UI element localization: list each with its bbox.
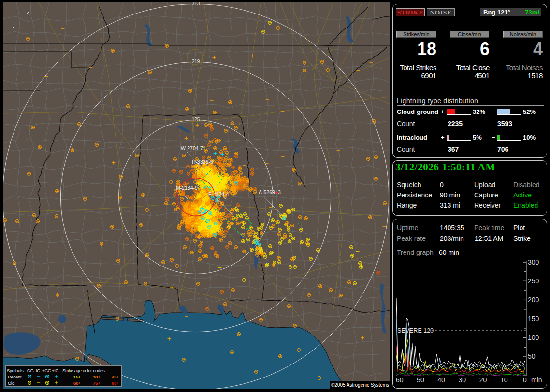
svg-text:313: 313	[192, 2, 200, 6]
svg-text:0: 0	[523, 376, 527, 384]
svg-text:F-4924-4-: F-4924-4-	[208, 191, 231, 197]
svg-text:40: 40	[437, 376, 445, 384]
svg-text:W-2704-7^: W-2704-7^	[181, 145, 205, 151]
svg-text:H-3326-6^: H-3326-6^	[192, 159, 216, 165]
svg-text:100: 100	[528, 334, 539, 341]
svg-text:200: 200	[528, 296, 539, 304]
svg-text:125: 125	[192, 117, 200, 122]
svg-text:250: 250	[528, 277, 539, 285]
svg-text:A-5269+3-: A-5269+3-	[259, 189, 283, 195]
svg-text:min: min	[531, 376, 542, 384]
svg-text:50: 50	[528, 352, 536, 360]
svg-text:60: 60	[396, 376, 404, 384]
svg-text:10: 10	[500, 376, 508, 384]
svg-text:30: 30	[459, 376, 466, 384]
svg-text:300: 300	[528, 258, 539, 266]
svg-text:M-2134-9: M-2134-9	[176, 185, 198, 191]
svg-text:SEVERE 120: SEVERE 120	[397, 327, 434, 334]
svg-text:219: 219	[192, 59, 200, 64]
svg-text:150: 150	[528, 315, 539, 322]
svg-text:50: 50	[417, 376, 424, 384]
svg-text:20: 20	[479, 376, 487, 384]
